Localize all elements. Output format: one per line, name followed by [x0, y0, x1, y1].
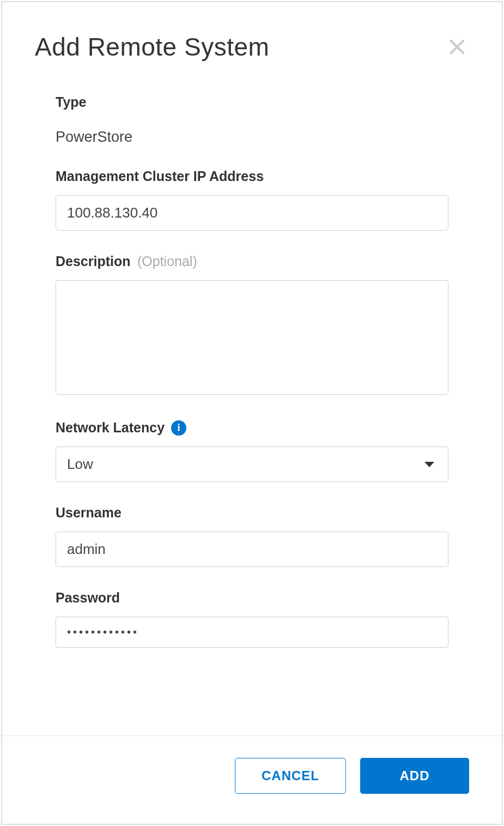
- dialog-header: Add Remote System: [2, 2, 502, 73]
- username-input[interactable]: [56, 532, 448, 567]
- dialog-title: Add Remote System: [35, 32, 269, 62]
- network-latency-label: Network Latency: [56, 420, 165, 436]
- type-group: Type PowerStore: [56, 94, 448, 146]
- username-group: Username: [56, 505, 448, 567]
- add-button[interactable]: ADD: [360, 758, 469, 794]
- cancel-button[interactable]: CANCEL: [235, 758, 346, 794]
- password-label: Password: [56, 590, 120, 606]
- close-icon: [448, 38, 466, 56]
- description-label: Description: [56, 254, 131, 269]
- dialog-body: Type PowerStore Management Cluster IP Ad…: [2, 73, 502, 735]
- description-textarea[interactable]: [56, 280, 448, 395]
- network-latency-select[interactable]: Low: [56, 447, 448, 482]
- type-value: PowerStore: [56, 129, 448, 146]
- dialog-footer: CANCEL ADD: [2, 735, 502, 824]
- network-latency-select-wrapper: Low: [56, 447, 448, 482]
- type-label: Type: [56, 94, 87, 110]
- management-ip-input[interactable]: [56, 195, 448, 231]
- network-latency-group: Network Latency i Low: [56, 420, 448, 482]
- password-group: Password: [56, 590, 448, 648]
- description-optional-hint: (Optional): [137, 254, 197, 269]
- description-group: Description (Optional): [56, 254, 448, 397]
- info-icon[interactable]: i: [171, 420, 186, 436]
- close-button[interactable]: [445, 35, 469, 59]
- username-label: Username: [56, 505, 122, 521]
- management-ip-group: Management Cluster IP Address: [56, 168, 448, 231]
- password-input[interactable]: [56, 617, 448, 648]
- management-ip-label: Management Cluster IP Address: [56, 168, 264, 184]
- add-remote-system-dialog: Add Remote System Type PowerStore Manage…: [1, 1, 503, 825]
